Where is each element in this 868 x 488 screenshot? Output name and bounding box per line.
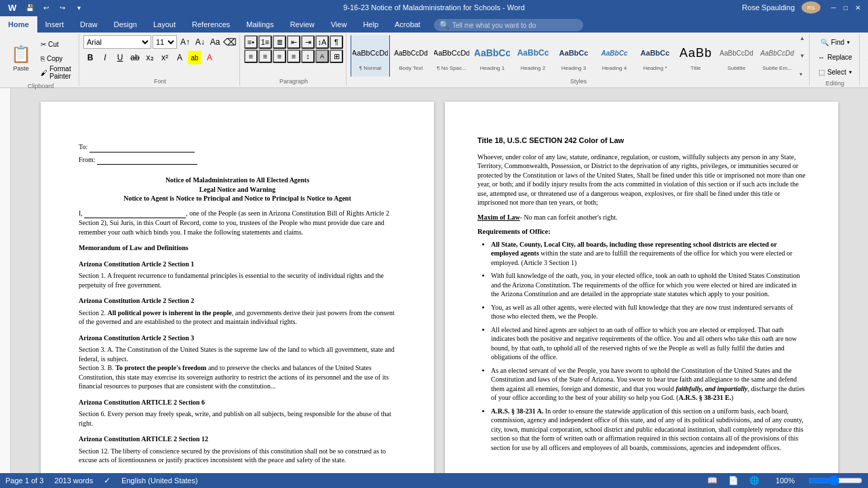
tab-mailings[interactable]: Mailings (238, 16, 281, 33)
section-az-2-1-text: Section 1. A frequent recurrence to fund… (79, 271, 396, 289)
tab-layout[interactable]: Layout (145, 16, 184, 33)
scroll-down-icon[interactable]: ▼ (800, 53, 805, 59)
show-formatting-button[interactable]: ¶ (330, 35, 343, 49)
maxim-section: Maxim of Law- No man can forfeit another… (477, 213, 806, 222)
justify-button[interactable]: ≡ (287, 49, 300, 63)
borders-button[interactable]: ⊞ (330, 49, 343, 63)
customize-quickaccess[interactable]: ▾ (73, 2, 84, 13)
paste-icon: 📋 (11, 45, 31, 64)
undo-quickaccess[interactable]: ↩ (41, 2, 52, 13)
tab-draw[interactable]: Draw (72, 16, 106, 33)
replace-button[interactable]: ↔ Replace (814, 50, 856, 64)
underline-button[interactable]: U (113, 51, 127, 64)
maximize-button[interactable]: □ (841, 3, 850, 12)
style-heading4[interactable]: AaBbCc Heading 4 (595, 35, 634, 77)
section-az-2-2-text: Section 2. All political power is inhere… (79, 308, 396, 327)
view-read-icon[interactable]: 📖 (707, 476, 717, 485)
user-name[interactable]: Rose Spaulding (742, 3, 795, 12)
create-pdf-button[interactable]: 📄 Create PDF and share link (864, 35, 868, 80)
maxim-text: Maxim of Law- No man can forfeit another… (477, 213, 806, 222)
sort-button[interactable]: ↕A (315, 35, 329, 49)
cut-button[interactable]: ✂ Cut (38, 37, 76, 51)
zoom-slider[interactable] (808, 475, 863, 486)
superscript-button[interactable]: x² (158, 51, 172, 64)
format-painter-button[interactable]: 🖌 Format Painter (38, 66, 76, 79)
multilevel-button[interactable]: ≣ (273, 35, 286, 49)
italic-button[interactable]: I (98, 51, 112, 64)
tell-me-box[interactable]: 🔍 (434, 19, 583, 31)
tab-help[interactable]: Help (355, 16, 387, 33)
document-scroll[interactable]: To: From: Notice of Maladministration to… (11, 88, 868, 473)
style-heading1[interactable]: AaBbCc Heading 1 (473, 35, 512, 77)
numbering-button[interactable]: 1≡ (258, 35, 272, 49)
clipboard-small-buttons: ✂ Cut ⎘ Copy 🖌 Format Painter (38, 37, 76, 79)
redo-quickaccess[interactable]: ↪ (57, 2, 68, 13)
clear-format-button[interactable]: ⌫ (223, 35, 237, 49)
view-print-icon[interactable]: 📄 (728, 476, 738, 485)
align-right-button[interactable]: ≡ (273, 49, 286, 63)
select-icon: ⬚ (818, 68, 825, 76)
paste-button[interactable]: 📋 Paste (5, 35, 37, 81)
subscript-button[interactable]: x₂ (143, 51, 157, 64)
decrease-indent-button[interactable]: ⇤ (287, 35, 300, 49)
page-right: Title 18, U.S.C SECTION 242 Color of Law… (445, 102, 838, 473)
tab-review[interactable]: Review (282, 16, 323, 33)
minimize-button[interactable]: ─ (829, 3, 838, 12)
tab-insert[interactable]: Insert (37, 16, 73, 33)
ribbon-content: 📋 Paste ✂ Cut ⎘ Copy 🖌 Format Painter (0, 33, 868, 88)
change-case-button[interactable]: Aa (208, 35, 222, 49)
style-heading-star[interactable]: AaBbCc Heading * (635, 35, 675, 77)
close-button[interactable]: ✕ (853, 3, 863, 12)
font-color-button[interactable]: A (203, 51, 216, 64)
increase-font-button[interactable]: A↑ (178, 35, 192, 49)
decrease-font-button[interactable]: A↓ (193, 35, 207, 49)
search-icon: 🔍 (439, 20, 450, 30)
styles-scroll[interactable]: ▲ ▼ ▾ (798, 35, 806, 77)
section-az-2-1-heading: Arizona Constitution Article 2 Section 1 (79, 260, 396, 269)
align-center-button[interactable]: ≡ (258, 49, 272, 63)
page-left: To: From: Notice of Maladministration to… (41, 102, 434, 473)
right-intro-text: Whoever, under color of any law, statute… (477, 152, 806, 207)
scroll-up-icon[interactable]: ▲ (800, 35, 805, 41)
style-title[interactable]: AaBb Title (676, 35, 715, 77)
line-spacing-button[interactable]: ↕ (301, 49, 315, 63)
requirements-section: Requirements of Office: All State, Count… (477, 227, 806, 452)
style-subtle-em[interactable]: AaBbCcDd Subtle Em... (757, 35, 797, 77)
style-subtitle[interactable]: AaBbCcDd Subtitle (717, 35, 756, 77)
select-button[interactable]: ⬚ Select ▾ (814, 65, 856, 79)
copy-button[interactable]: ⎘ Copy (38, 52, 76, 65)
tab-view[interactable]: View (323, 16, 355, 33)
tab-home[interactable]: Home (0, 16, 37, 33)
shading-button[interactable]: A (315, 49, 329, 63)
title-bar: W 💾 ↩ ↪ ▾ 9-16-23 Notice of Maladministr… (0, 0, 868, 15)
style-body-text[interactable]: AaBbCcDd Body Text (391, 35, 431, 77)
find-dropdown-icon[interactable]: ▾ (847, 39, 850, 45)
bold-button[interactable]: B (83, 51, 97, 64)
style-no-spacing[interactable]: AaBbCcDd ¶ No Spac... (432, 35, 471, 77)
font-name-select[interactable]: Arial (83, 35, 151, 49)
increase-indent-button[interactable]: ⇥ (301, 35, 315, 49)
align-left-button[interactable]: ≡ (244, 49, 258, 63)
font-size-select[interactable]: 11 (153, 35, 177, 49)
style-heading3[interactable]: AaBbCc Heading 3 (554, 35, 593, 77)
strikethrough-button[interactable]: ab (128, 51, 142, 64)
text-highlight-button[interactable]: ab (188, 51, 201, 64)
find-button[interactable]: 🔍 Find ▾ (816, 35, 854, 49)
style-heading2[interactable]: AaBbCc Heading 2 (513, 35, 553, 77)
text-effects-button[interactable]: A (173, 51, 186, 64)
style-normal[interactable]: AaBbCcDd ¶ Normal (351, 35, 390, 77)
doc-title-main: Notice of Maladministration to All Elect… (79, 176, 396, 185)
expand-styles-icon[interactable]: ▾ (800, 71, 805, 77)
select-dropdown-icon[interactable]: ▾ (849, 69, 852, 75)
bullets-button[interactable]: ≡• (244, 35, 258, 49)
title-bar-left: W 💾 ↩ ↪ ▾ (5, 2, 84, 13)
view-web-icon[interactable]: 🌐 (749, 476, 760, 485)
tab-references[interactable]: References (184, 16, 238, 33)
save-quickaccess[interactable]: 💾 (24, 2, 35, 13)
editing-group: 🔍 Find ▾ ↔ Replace ⬚ Select ▾ Editing (811, 34, 860, 86)
search-input[interactable] (452, 22, 574, 29)
tab-acrobat[interactable]: Acrobat (387, 16, 429, 33)
avatar[interactable]: RS (802, 1, 821, 14)
ribbon-tabs: Home Insert Draw Design Layout Reference… (0, 15, 868, 33)
tab-design[interactable]: Design (106, 16, 145, 33)
